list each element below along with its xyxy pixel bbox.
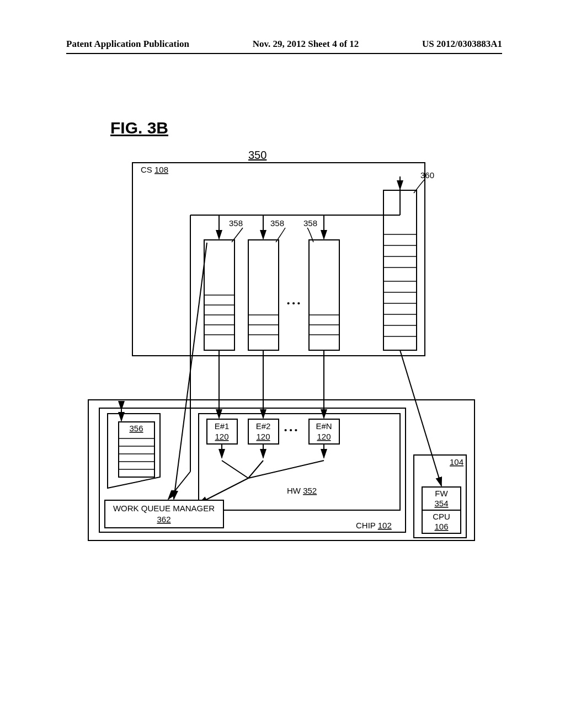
ref-104: 104 (450, 457, 463, 467)
svg-text:E#N: E#N (316, 421, 332, 431)
header-center: Nov. 29, 2012 Sheet 4 of 12 (253, 39, 359, 50)
svg-line-59 (400, 350, 441, 486)
cpu-label: CPU (433, 512, 450, 521)
ref-358-2: 358 (270, 218, 284, 228)
wqm-line1: WORK QUEUE MANAGER (113, 504, 215, 513)
ref-356: 356 (129, 424, 143, 433)
engine-2: E#2 120 (248, 419, 279, 444)
header-left: Patent Application Publication (66, 39, 189, 50)
cs-label: CS 108 (141, 165, 168, 174)
header-rule (66, 53, 502, 54)
svg-text:120: 120 (256, 432, 270, 441)
header-right: US 2012/0303883A1 (422, 39, 502, 50)
cpu-ref: 106 (434, 522, 448, 531)
svg-text:E#2: E#2 (256, 421, 271, 431)
svg-line-47 (222, 461, 248, 478)
fw-label: FW (435, 489, 448, 498)
hw-label: HW 352 (287, 486, 317, 495)
ref-350: 350 (248, 149, 266, 162)
page-header: Patent Application Publication Nov. 29, … (66, 39, 502, 54)
ref-360: 360 (420, 170, 434, 180)
svg-line-49 (248, 461, 324, 478)
svg-rect-18 (248, 240, 279, 350)
figure-title: FIG. 3B (110, 119, 168, 137)
queue-dots: • • • (287, 298, 300, 308)
svg-text:120: 120 (215, 432, 228, 441)
engine-dots: • • • (284, 425, 297, 435)
engine-n: E#N 120 (309, 419, 339, 444)
engine-1: E#1 120 (207, 419, 237, 444)
queue-358-1 (204, 240, 234, 350)
svg-rect-22 (309, 240, 339, 350)
ref-358-3: 358 (303, 218, 317, 228)
svg-line-56 (168, 472, 190, 499)
ref-358-1: 358 (229, 218, 243, 228)
svg-text:E#1: E#1 (215, 421, 230, 431)
queue-358-3 (309, 240, 339, 350)
chip-label: CHIP 102 (356, 521, 392, 530)
queue-358-2 (248, 240, 279, 350)
diagram: CS 108 360 358 358 (83, 163, 480, 549)
svg-text:120: 120 (317, 432, 331, 441)
fw-ref: 354 (434, 499, 448, 508)
wqm-line2: 362 (157, 515, 170, 524)
